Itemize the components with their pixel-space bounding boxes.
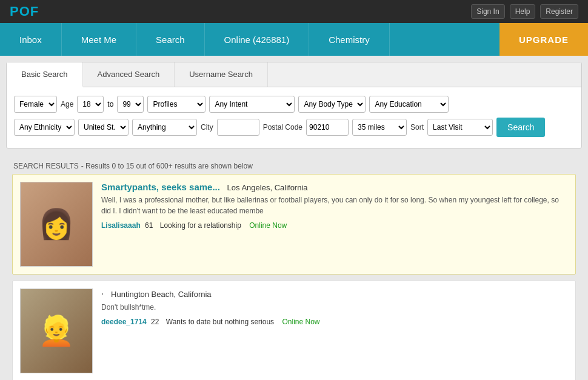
education-select[interactable]: Any Education High School Some College A… bbox=[369, 96, 449, 113]
results-area: SEARCH RESULTS - Results 0 to 15 out of … bbox=[6, 155, 582, 380]
postal-input[interactable] bbox=[306, 119, 349, 136]
nav-upgrade[interactable]: UPGRADE bbox=[499, 23, 588, 56]
filter-row-2: Any Ethnicity White Black Hispanic Asian… bbox=[14, 118, 574, 137]
results-title: SEARCH RESULTS bbox=[13, 162, 79, 170]
result-age: 61 bbox=[145, 221, 153, 230]
intent-select[interactable]: Any Intent Serious Relationship Dating F… bbox=[209, 96, 295, 113]
age-from-select[interactable]: 18192025303540455055606570 bbox=[77, 96, 104, 113]
nav-search[interactable]: Search bbox=[136, 23, 205, 56]
tabs: Basic Search Advanced Search Username Se… bbox=[7, 62, 581, 87]
dot-icon: · bbox=[101, 288, 104, 299]
result-photo: 👩 bbox=[20, 182, 93, 267]
age-label: Age bbox=[61, 100, 73, 108]
nav-meet-me[interactable]: Meet Me bbox=[62, 23, 136, 56]
result-meta: deedee_1714 22 Wants to date but nothing… bbox=[101, 318, 568, 326]
nav-inbox[interactable]: Inbox bbox=[0, 23, 62, 56]
ethnicity-select[interactable]: Any Ethnicity White Black Hispanic Asian… bbox=[14, 119, 75, 136]
top-links: Sign In Help Register bbox=[471, 4, 578, 19]
results-subtitle: - Results 0 to 15 out of 600+ results ar… bbox=[81, 162, 253, 170]
sort-select[interactable]: Last Visit New Members Distance bbox=[427, 119, 493, 136]
relationship-select[interactable]: Anything Never Married Divorced Separate… bbox=[132, 119, 197, 136]
result-bio: Well, I was a professional mother, but l… bbox=[101, 195, 568, 216]
help-link[interactable]: Help bbox=[510, 4, 536, 19]
filter-row-1: Female Male Age 181920253035404550556065… bbox=[14, 96, 574, 113]
city-input[interactable] bbox=[217, 119, 259, 136]
postal-label: Postal Code bbox=[263, 123, 302, 132]
sign-in-link[interactable]: Sign In bbox=[471, 4, 504, 19]
result-card: 👱 · Huntington Beach, California Don't b… bbox=[12, 281, 576, 380]
age-to-select[interactable]: 25303540455055606570758099 bbox=[117, 96, 144, 113]
nav-bar: Inbox Meet Me Search Online (426881) Che… bbox=[0, 23, 588, 56]
search-panel: Basic Search Advanced Search Username Se… bbox=[6, 62, 582, 148]
nav-chemistry[interactable]: Chemistry bbox=[309, 23, 390, 56]
main-content: Basic Search Advanced Search Username Se… bbox=[0, 56, 588, 380]
profiles-select[interactable]: Profiles Photos Only bbox=[147, 96, 205, 113]
result-photo: 👱 bbox=[20, 288, 93, 373]
result-info: Smartypants, seeks same... Los Angeles, … bbox=[101, 182, 568, 267]
nav-online[interactable]: Online (426881) bbox=[205, 23, 310, 56]
to-label: to bbox=[107, 100, 113, 108]
photo-placeholder: 👱 bbox=[21, 289, 92, 373]
result-age: 22 bbox=[151, 318, 159, 326]
city-label: City bbox=[201, 123, 213, 132]
top-bar: POF Sign In Help Register bbox=[0, 0, 588, 23]
result-meta: Lisalisaaah 61 Looking for a relationshi… bbox=[101, 221, 568, 230]
body-type-select[interactable]: Any Body Type Slim Athletic Average A fe… bbox=[298, 96, 366, 113]
search-button[interactable]: Search bbox=[496, 118, 545, 137]
result-online-status: Online Now bbox=[249, 221, 287, 230]
filter-area: Female Male Age 181920253035404550556065… bbox=[7, 87, 581, 148]
distance-select[interactable]: 5 miles 10 miles 25 miles 35 miles 50 mi… bbox=[352, 119, 407, 136]
tab-username-search[interactable]: Username Search bbox=[175, 62, 268, 87]
result-bio: Don't bullsh*tme. bbox=[101, 302, 568, 313]
result-info: · Huntington Beach, California Don't bul… bbox=[101, 288, 568, 373]
register-link[interactable]: Register bbox=[540, 4, 578, 19]
sort-label: Sort bbox=[410, 123, 424, 132]
gender-select[interactable]: Female Male bbox=[14, 96, 57, 113]
logo: POF bbox=[10, 4, 39, 19]
result-username[interactable]: Lisalisaaah bbox=[101, 221, 141, 230]
tab-basic-search[interactable]: Basic Search bbox=[7, 62, 83, 87]
result-location: Los Angeles, California bbox=[227, 183, 308, 192]
result-location: Huntington Beach, California bbox=[111, 290, 212, 299]
photo-placeholder: 👩 bbox=[21, 182, 92, 266]
result-username[interactable]: deedee_1714 bbox=[101, 318, 147, 326]
country-select[interactable]: United St. Canada UK Australia bbox=[78, 119, 129, 136]
result-intent: Wants to date but nothing serious bbox=[166, 318, 274, 326]
result-card: 👩 Smartypants, seeks same... Los Angeles… bbox=[12, 174, 576, 275]
result-online-status: Online Now bbox=[282, 318, 319, 326]
tab-advanced-search[interactable]: Advanced Search bbox=[83, 62, 175, 87]
result-intent: Looking for a relationship bbox=[160, 221, 241, 230]
results-header: SEARCH RESULTS - Results 0 to 15 out of … bbox=[6, 155, 582, 174]
result-title[interactable]: Smartypants, seeks same... bbox=[101, 182, 220, 192]
